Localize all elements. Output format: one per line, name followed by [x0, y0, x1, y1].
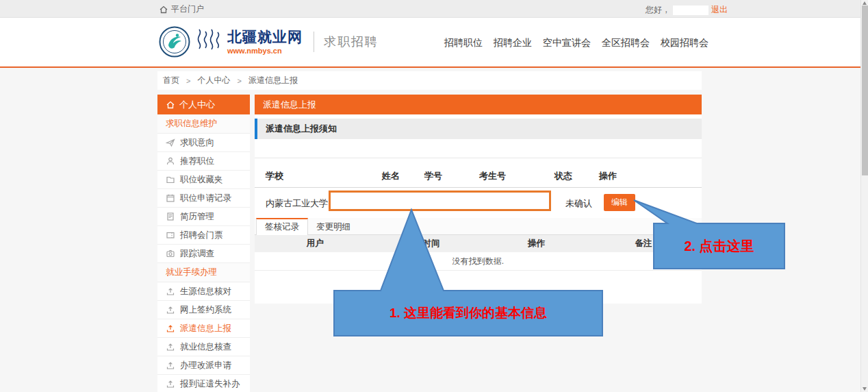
header-accent-line	[0, 66, 868, 68]
upload-icon	[166, 286, 175, 296]
sidebar-item-report-card-reissue[interactable]: 报到证遗失补办	[157, 375, 250, 392]
cell-school: 内蒙古工业大学	[266, 197, 328, 210]
sidebar-item-application-records[interactable]: 职位申请记录	[157, 189, 250, 208]
site-logo-icon	[159, 26, 190, 58]
header-school: 学校	[266, 170, 382, 182]
upload-icon	[166, 323, 175, 333]
brand-divider	[314, 32, 314, 52]
sidebar-item-follow-up-survey[interactable]: 跟踪调查	[157, 245, 250, 263]
scrollbar-thumb[interactable]	[862, 5, 868, 175]
calendar-icon	[166, 193, 175, 203]
records-empty-message: 没有找到数据.	[255, 252, 702, 271]
tab-signoff-records[interactable]: 签核记录	[256, 218, 308, 235]
tab-change-details[interactable]: 变更明细	[308, 218, 359, 235]
student-table-header: 学校 姓名 学号 考生号 状态 操作	[255, 164, 702, 188]
breadcrumb-current-page: 派遣信息上报	[248, 75, 298, 86]
student-info-highlight-box	[329, 191, 551, 211]
record-tabs: 签核记录 变更明细	[255, 218, 702, 235]
notice-body	[255, 139, 702, 158]
header-action: 操作	[599, 170, 702, 182]
sidebar-item-employment-info-check[interactable]: 就业信息核查	[157, 338, 250, 356]
portal-link[interactable]: 平台门户	[159, 3, 204, 15]
header-name: 姓名	[382, 170, 424, 182]
sidebar-group-job-info: 求职信息维护	[157, 114, 250, 134]
scrollbar-down-arrow-icon[interactable]	[863, 387, 867, 391]
sidebar-item-recommended-jobs[interactable]: 推荐职位	[157, 152, 250, 171]
sidebar-title: 个人中心	[157, 95, 250, 114]
student-table-row: 内蒙古工业大学 未确认 编辑	[255, 188, 702, 217]
person-icon	[166, 156, 175, 166]
records-header-user: 用户	[255, 238, 375, 249]
breadcrumb-personal-center[interactable]: 个人中心	[197, 75, 230, 86]
brand-name: 北疆就业网	[227, 29, 303, 45]
top-utility-bar: 平台门户 您好， 退出	[0, 0, 868, 18]
site-header: 北疆就业网 www.nmbys.cn 求职招聘 招聘职位 招聘企业 空中宣讲会 …	[0, 18, 868, 66]
brand-url: www.nmbys.cn	[227, 47, 303, 55]
main-nav: 招聘职位 招聘企业 空中宣讲会 全区招聘会 校园招聘会	[444, 37, 709, 49]
mongolian-script	[196, 27, 223, 57]
nav-item-region-fairs[interactable]: 全区招聘会	[602, 37, 650, 49]
sidebar-item-dispatch-info-report[interactable]: 派遣信息上报	[157, 319, 250, 338]
nav-item-companies[interactable]: 招聘企业	[494, 37, 532, 49]
upload-icon	[166, 305, 175, 315]
records-table-header: 用户 时间 操作 备注	[255, 235, 702, 252]
page-scrollbar[interactable]	[860, 0, 868, 392]
home-icon	[166, 100, 175, 110]
nav-item-online-sessions[interactable]: 空中宣讲会	[543, 37, 591, 49]
header-status: 状态	[554, 170, 599, 182]
sidebar: 个人中心 求职信息维护 求职意向 推荐职位 职位收藏夹 职位申请记录 简历管理 …	[157, 95, 250, 392]
upload-icon	[166, 360, 175, 370]
nav-item-campus-fairs[interactable]: 校园招聘会	[661, 37, 709, 49]
breadcrumb-separator: >	[186, 77, 190, 85]
home-icon	[159, 5, 168, 14]
greeting-text: 您好，	[646, 4, 670, 16]
sidebar-item-job-favorites[interactable]: 职位收藏夹	[157, 171, 250, 189]
folder-icon	[166, 175, 175, 184]
records-header-remark: 备注	[585, 238, 702, 249]
sidebar-item-job-fair-tickets[interactable]: 招聘会门票	[157, 226, 250, 245]
header-student-id: 学号	[424, 170, 479, 182]
username-redacted	[673, 5, 709, 15]
sidebar-item-student-source-check[interactable]: 生源信息核对	[157, 282, 250, 301]
sidebar-item-job-intention[interactable]: 求职意向	[157, 134, 250, 152]
logout-link[interactable]: 退出	[711, 4, 728, 16]
main-panel: 派遣信息上报 派遣信息上报须知 学校 姓名 学号 考生号 状态 操作 内蒙古工业…	[255, 95, 702, 304]
breadcrumb: 首页 > 个人中心 > 派遣信息上报	[157, 71, 702, 90]
site-logo[interactable]: 北疆就业网 www.nmbys.cn 求职招聘	[159, 26, 379, 58]
ticket-icon	[166, 230, 175, 240]
scrollbar-up-arrow-icon[interactable]	[863, 1, 867, 5]
edit-button[interactable]: 编辑	[604, 194, 635, 211]
resume-icon	[166, 212, 175, 221]
breadcrumb-separator: >	[237, 77, 241, 85]
paper-plane-icon	[166, 138, 175, 147]
sidebar-group-employment-procedures: 就业手续办理	[157, 263, 250, 282]
header-exam-id: 考生号	[479, 170, 554, 182]
camera-icon	[166, 249, 175, 258]
panel-title: 派遣信息上报	[255, 95, 702, 114]
sidebar-item-online-signing[interactable]: 网上签约系统	[157, 301, 250, 319]
records-header-time: 时间	[375, 238, 487, 249]
portal-link-label: 平台门户	[171, 3, 204, 15]
status-badge: 未确认	[565, 197, 592, 210]
breadcrumb-home[interactable]: 首页	[163, 75, 179, 86]
sidebar-item-reassignment-application[interactable]: 办理改派申请	[157, 356, 250, 375]
brand-tagline: 求职招聘	[324, 34, 379, 50]
upload-icon	[166, 379, 175, 389]
notice-title: 派遣信息上报须知	[255, 119, 702, 139]
sidebar-item-resume-management[interactable]: 简历管理	[157, 208, 250, 226]
upload-icon	[166, 342, 175, 352]
nav-item-jobs[interactable]: 招聘职位	[444, 37, 483, 49]
records-header-action: 操作	[487, 238, 586, 249]
